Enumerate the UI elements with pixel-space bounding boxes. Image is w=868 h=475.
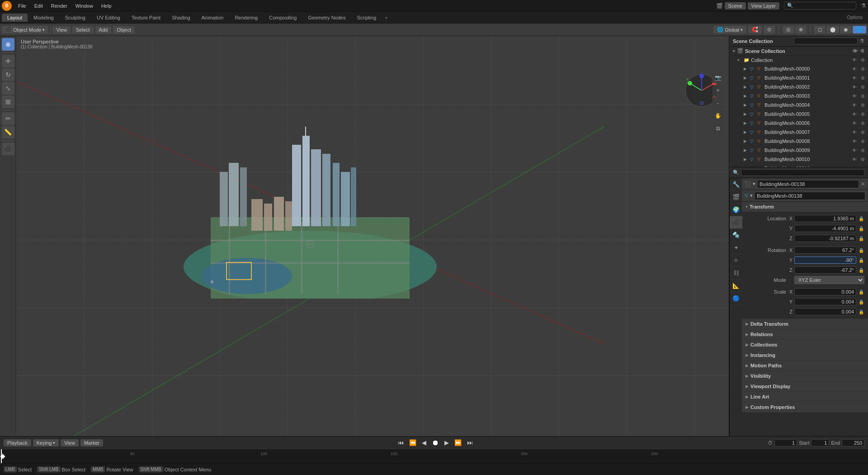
location-x-lock-icon[interactable]: 🔒	[858, 216, 864, 221]
rotation-x-lock-icon[interactable]: 🔒	[858, 248, 864, 253]
rotate-tool[interactable]: ↻	[2, 68, 14, 81]
marker-menu[interactable]: Marker	[80, 439, 103, 446]
measure-tool[interactable]: 📏	[2, 126, 14, 138]
eye-icon-10[interactable]: 👁	[851, 157, 858, 162]
proportional-btn[interactable]: ⊙	[764, 26, 775, 33]
add-tool[interactable]: ⬛	[2, 142, 14, 155]
scale-z-lock-icon[interactable]: 🔒	[858, 309, 864, 314]
prev-keyframe-btn[interactable]: ⏪	[407, 438, 418, 447]
particles-tab[interactable]: ✦	[730, 242, 742, 254]
object-data-input[interactable]	[755, 192, 865, 200]
location-y-value[interactable]: -4.4901 m	[794, 225, 856, 232]
visibility-icon[interactable]: 👁	[853, 48, 858, 54]
line-art-header[interactable]: ▶ Line Art	[742, 392, 868, 402]
collection-filter-icon[interactable]: ⚙	[859, 57, 866, 62]
physics-tab[interactable]: ⚛	[730, 254, 742, 267]
custom-properties-header[interactable]: ▶ Custom Properties	[742, 402, 868, 412]
object-tab[interactable]: ⬛	[730, 216, 742, 229]
scale-x-lock-icon[interactable]: 🔒	[858, 290, 864, 294]
gizmo-btn[interactable]: ⊕	[795, 26, 807, 33]
rotation-x-value[interactable]: 67.2°	[794, 247, 856, 254]
transform-section-header[interactable]: ▾ Transform	[742, 202, 868, 212]
viewport-display-header[interactable]: ▶ Viewport Display	[742, 381, 868, 391]
outliner-item-10[interactable]: ▶ ▽ ▽ BuildingMesh-00010 👁 ⚙	[729, 155, 868, 164]
modifiers-tab[interactable]: 🔩	[730, 229, 742, 242]
eye-icon-1[interactable]: 👁	[851, 76, 858, 81]
location-y-lock-icon[interactable]: 🔒	[858, 226, 864, 231]
eye-icon-11[interactable]: 👁	[851, 166, 858, 167]
outliner-item-2[interactable]: ▶ ▽ ▽ BuildingMesh-00002 👁 ⚙	[729, 82, 868, 91]
move-tool[interactable]: ✛	[2, 55, 14, 67]
annotate-tool[interactable]: ✏	[2, 112, 14, 125]
select-menu[interactable]: Select	[72, 26, 94, 33]
rotation-y-lock-icon[interactable]: 🔒	[858, 258, 864, 263]
eye-icon-7[interactable]: 👁	[851, 130, 858, 135]
menu-help[interactable]: Help	[98, 2, 115, 10]
filter-icon-6[interactable]: ⚙	[859, 121, 866, 126]
eye-icon-5[interactable]: 👁	[851, 112, 858, 117]
material-tab[interactable]: 🔵	[730, 292, 742, 305]
transform-global-selector[interactable]: 🌐 Global ▾	[713, 26, 746, 33]
collection-eye-icon[interactable]: 👁	[851, 57, 858, 62]
view-layer-selector[interactable]: View Layer	[748, 2, 779, 10]
filter-icon-4[interactable]: ⚙	[859, 103, 866, 108]
tab-uv-editing[interactable]: UV Editing	[91, 14, 126, 22]
eye-icon-6[interactable]: 👁	[851, 121, 858, 126]
menu-file[interactable]: File	[14, 2, 30, 10]
delta-transform-header[interactable]: ▶ Delta Transform	[742, 319, 868, 329]
object-menu[interactable]: Object	[113, 26, 135, 33]
scale-z-value[interactable]: 0.004	[794, 308, 856, 315]
tab-rendering[interactable]: Rendering	[229, 14, 263, 22]
outliner-item-11[interactable]: ▶ ▽ ▽ BuildingMesh-00011 👁 ⚙	[729, 164, 868, 167]
eye-icon-2[interactable]: 👁	[851, 85, 858, 90]
eye-icon-3[interactable]: 👁	[851, 94, 858, 99]
outliner-item-8[interactable]: ▶ ▽ ▽ BuildingMesh-00008 👁 ⚙	[729, 137, 868, 146]
world-tab[interactable]: 🌍	[730, 204, 742, 216]
location-z-lock-icon[interactable]: 🔒	[858, 236, 864, 241]
filter-icon-2[interactable]: ⚙	[859, 85, 866, 90]
cursor-tool[interactable]: ⊕	[2, 38, 14, 51]
pan-btn[interactable]: ✋	[712, 110, 723, 121]
keying-menu[interactable]: Keying ▾	[33, 439, 59, 446]
outliner-item-1[interactable]: ▶ ▽ ▽ BuildingMesh-00001 👁 ⚙	[729, 73, 868, 82]
outliner-item-4[interactable]: ▶ ▽ ▽ BuildingMesh-00004 👁 ⚙	[729, 100, 868, 109]
filter-icon[interactable]: ⚗	[861, 2, 866, 9]
rotation-mode-select[interactable]: XYZ Euler	[794, 276, 864, 284]
scale-y-lock-icon[interactable]: 🔒	[858, 299, 864, 304]
scale-y-value[interactable]: 0.004	[794, 298, 856, 305]
restrict-icon[interactable]: ⚙	[860, 48, 864, 53]
rendered-btn[interactable]: 🌐	[853, 26, 866, 33]
data-tab[interactable]: 📐	[730, 280, 742, 292]
location-x-value[interactable]: 1.9365 m	[794, 215, 856, 222]
visibility-header[interactable]: ▶ Visibility	[742, 371, 868, 381]
jump-end-btn[interactable]: ⏭	[465, 438, 475, 447]
eye-icon-4[interactable]: 👁	[851, 103, 858, 108]
eye-icon-9[interactable]: 👁	[851, 148, 858, 153]
viewport-overlay-btn[interactable]: ◎	[783, 26, 794, 33]
global-search-input[interactable]	[793, 3, 856, 9]
add-menu[interactable]: Add	[95, 26, 112, 33]
zoom-in-btn[interactable]: +	[712, 85, 723, 96]
outliner-filter-icon[interactable]: ⚗	[859, 38, 864, 44]
filter-icon-0[interactable]: ⚙	[859, 66, 866, 71]
view-menu[interactable]: View	[52, 26, 71, 33]
filter-icon-11[interactable]: ⚙	[859, 166, 866, 167]
zoom-camera-btn[interactable]: 📷	[712, 72, 723, 83]
transform-tool[interactable]: ⊞	[2, 95, 14, 108]
end-frame-input[interactable]	[842, 439, 864, 446]
menu-render[interactable]: Render	[47, 2, 71, 10]
rotation-z-lock-icon[interactable]: 🔒	[858, 268, 864, 273]
tab-geometry-nodes[interactable]: Geometry Nodes	[302, 14, 351, 22]
filter-icon-9[interactable]: ⚙	[859, 148, 866, 153]
stop-btn[interactable]: ⏺	[430, 438, 441, 448]
local-view-btn[interactable]: ⧉	[712, 123, 723, 134]
collection-row[interactable]: ▾ 📁 Collection 👁 ⚙	[729, 56, 868, 65]
outliner-item-7[interactable]: ▶ ▽ ▽ BuildingMesh-00007 👁 ⚙	[729, 128, 868, 137]
rotation-z-value[interactable]: -67.2°	[794, 266, 856, 274]
collections-header[interactable]: ▶ Collections	[742, 340, 868, 350]
wireframe-btn[interactable]: ◻	[814, 26, 826, 33]
timeline-view-menu[interactable]: View	[61, 439, 79, 446]
scene-tab[interactable]: 🎬	[730, 191, 742, 204]
filter-icon-8[interactable]: ⚙	[859, 139, 866, 144]
viewport[interactable]: User Perspective (1) Collection | Buildi…	[16, 36, 729, 436]
